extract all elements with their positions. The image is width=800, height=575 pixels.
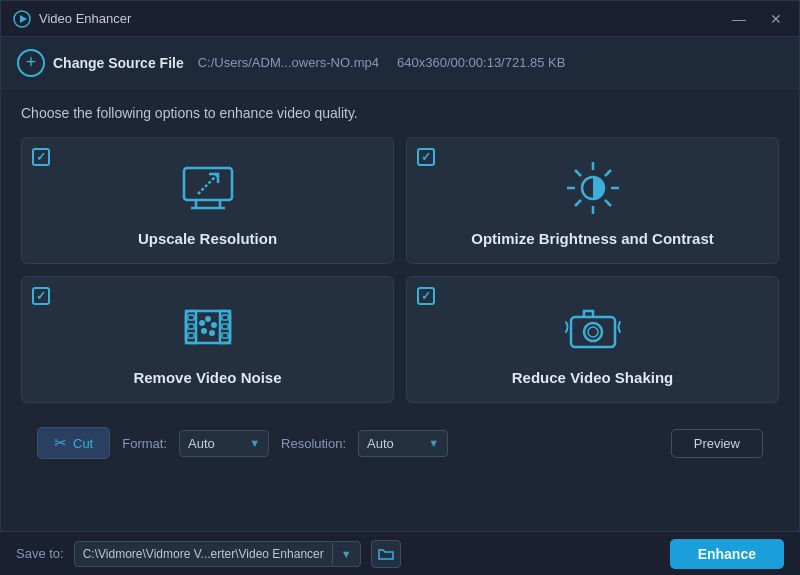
svg-rect-23	[222, 324, 228, 329]
cut-button[interactable]: ✂ Cut	[37, 427, 110, 459]
save-bar: Save to: C:\Vidmore\Vidmore V...erter\Vi…	[0, 531, 800, 575]
scissors-icon: ✂	[54, 434, 67, 452]
svg-point-26	[206, 317, 210, 321]
main-content: Choose the following options to enhance …	[1, 89, 799, 479]
svg-line-15	[575, 200, 581, 206]
save-to-label: Save to:	[16, 546, 64, 561]
svg-rect-22	[222, 315, 228, 320]
upscale-icon	[176, 156, 240, 220]
svg-point-25	[200, 321, 204, 325]
change-source-button[interactable]: + Change Source File	[17, 49, 184, 77]
resolution-dropdown-arrow: ▼	[428, 437, 439, 449]
browse-folder-button[interactable]	[371, 540, 401, 568]
svg-rect-20	[188, 324, 194, 329]
bottom-controls: ✂ Cut Format: Auto ▼ Resolution: Auto ▼ …	[21, 419, 779, 467]
svg-rect-21	[188, 333, 194, 338]
enhance-button[interactable]: Enhance	[670, 539, 784, 569]
prompt-text: Choose the following options to enhance …	[21, 105, 779, 121]
svg-line-6	[198, 174, 218, 194]
app-title: Video Enhancer	[39, 11, 131, 26]
change-source-label: Change Source File	[53, 55, 184, 71]
title-bar-left: Video Enhancer	[13, 10, 131, 28]
svg-line-14	[605, 170, 611, 176]
svg-point-27	[212, 323, 216, 327]
format-label: Format:	[122, 436, 167, 451]
format-dropdown-arrow: ▼	[249, 437, 260, 449]
file-path: C:/Users/ADM...owers-NO.mp4	[198, 55, 379, 70]
resolution-label: Resolution:	[281, 436, 346, 451]
shaking-icon	[561, 295, 625, 359]
checkbox-upscale[interactable]	[32, 148, 50, 166]
folder-icon	[378, 546, 394, 562]
noise-icon	[176, 295, 240, 359]
app-icon	[13, 10, 31, 28]
checkbox-brightness[interactable]	[417, 148, 435, 166]
svg-marker-1	[20, 15, 27, 23]
svg-rect-30	[571, 317, 615, 347]
save-path-container: C:\Vidmore\Vidmore V...erter\Video Enhan…	[74, 541, 361, 567]
title-bar: Video Enhancer — ✕	[1, 1, 799, 37]
svg-point-29	[210, 331, 214, 335]
svg-point-32	[588, 327, 598, 337]
svg-rect-2	[184, 168, 232, 200]
shaking-label: Reduce Video Shaking	[512, 369, 673, 386]
window-controls: — ✕	[727, 10, 787, 28]
option-card-shaking[interactable]: Reduce Video Shaking	[406, 276, 779, 403]
svg-rect-24	[222, 333, 228, 338]
brightness-icon	[561, 156, 625, 220]
minimize-button[interactable]: —	[727, 10, 751, 28]
options-grid: Upscale Resolution	[21, 137, 779, 403]
file-info: 640x360/00:00:13/721.85 KB	[397, 55, 565, 70]
svg-point-31	[584, 323, 602, 341]
svg-rect-19	[188, 315, 194, 320]
resolution-value: Auto	[367, 436, 394, 451]
checkbox-noise[interactable]	[32, 287, 50, 305]
brightness-label: Optimize Brightness and Contrast	[471, 230, 714, 247]
option-card-upscale[interactable]: Upscale Resolution	[21, 137, 394, 264]
save-path-text: C:\Vidmore\Vidmore V...erter\Video Enhan…	[75, 542, 332, 566]
resolution-dropdown[interactable]: Auto ▼	[358, 430, 448, 457]
format-value: Auto	[188, 436, 215, 451]
source-bar: + Change Source File C:/Users/ADM...ower…	[1, 37, 799, 89]
plus-circle-icon: +	[17, 49, 45, 77]
upscale-label: Upscale Resolution	[138, 230, 277, 247]
svg-line-13	[605, 200, 611, 206]
option-card-noise[interactable]: Remove Video Noise	[21, 276, 394, 403]
close-button[interactable]: ✕	[765, 10, 787, 28]
svg-point-28	[202, 329, 206, 333]
noise-label: Remove Video Noise	[133, 369, 281, 386]
option-card-brightness[interactable]: Optimize Brightness and Contrast	[406, 137, 779, 264]
preview-button[interactable]: Preview	[671, 429, 763, 458]
cut-label: Cut	[73, 436, 93, 451]
save-path-dropdown-arrow[interactable]: ▼	[332, 543, 360, 565]
svg-line-12	[575, 170, 581, 176]
checkbox-shaking[interactable]	[417, 287, 435, 305]
format-dropdown[interactable]: Auto ▼	[179, 430, 269, 457]
